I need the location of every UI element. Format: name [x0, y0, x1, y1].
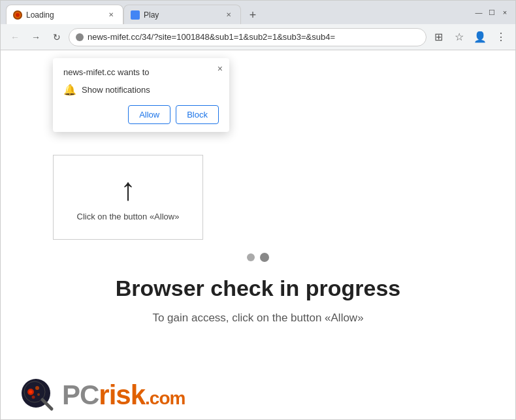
tabs-area: Loading ✕ Play ✕ +	[6, 1, 468, 24]
refresh-button[interactable]: ↻	[48, 28, 66, 46]
allow-button[interactable]: Allow	[128, 105, 170, 124]
dot-1	[247, 253, 255, 261]
tab-play[interactable]: Play ✕	[123, 5, 241, 24]
bookmark-icon[interactable]: ☆	[450, 28, 468, 46]
page-content: × news-mifet.cc wants to 🔔 Show notifica…	[1, 50, 515, 419]
url-text: news-mifet.cc/34/?site=1001848&sub1=1&su…	[88, 32, 335, 42]
popup-buttons: Allow Block	[63, 105, 219, 124]
toolbar-icons: ⊞ ☆ 👤 ⋮	[429, 28, 510, 46]
tab-loading-title: Loading	[26, 10, 102, 20]
grid-icon[interactable]: ⊞	[429, 28, 447, 46]
url-bar[interactable]: news-mifet.cc/34/?site=1001848&sub1=1&su…	[69, 28, 427, 46]
maximize-button[interactable]: ☐	[487, 7, 497, 18]
svg-point-6	[32, 396, 35, 399]
dots-container	[247, 253, 269, 262]
tab-loading-close[interactable]: ✕	[106, 10, 116, 20]
minimize-button[interactable]: —	[474, 7, 484, 18]
title-bar: Loading ✕ Play ✕ + — ☐ ×	[1, 1, 515, 24]
pcrisk-logo-icon	[20, 378, 56, 413]
tab-loading[interactable]: Loading ✕	[6, 5, 123, 24]
close-button[interactable]: ×	[500, 7, 510, 18]
arrow-label: Click on the button «Allow»	[77, 212, 180, 221]
popup-close-button[interactable]: ×	[218, 63, 223, 74]
arrow-icon: ↑	[120, 174, 136, 205]
pcrisk-logo: PCrisk.com	[20, 378, 185, 413]
address-bar: ← → ↻ news-mifet.cc/34/?site=1001848&sub…	[1, 24, 515, 50]
forward-button[interactable]: →	[27, 28, 45, 46]
popup-title: news-mifet.cc wants to	[63, 67, 219, 77]
sub-heading: To gain access, click on the button «All…	[152, 312, 363, 325]
popup-notification-row: 🔔 Show notifications	[63, 84, 219, 96]
back-button[interactable]: ←	[6, 28, 24, 46]
tab-loading-favicon	[13, 10, 22, 20]
popup-notification-text: Show notifications	[82, 85, 150, 95]
profile-icon[interactable]: 👤	[471, 28, 489, 46]
arrow-box: ↑ Click on the button «Allow»	[53, 155, 203, 240]
svg-point-5	[37, 393, 40, 396]
block-button[interactable]: Block	[176, 105, 219, 124]
browser-window: Loading ✕ Play ✕ + — ☐ × ← → ↻ news-mife…	[0, 0, 516, 420]
new-tab-button[interactable]: +	[244, 6, 262, 24]
pc-text: PC	[62, 380, 99, 410]
svg-point-3	[29, 391, 33, 394]
tab-play-title: Play	[144, 10, 219, 20]
tab-play-close[interactable]: ✕	[223, 10, 234, 20]
pcrisk-text: PCrisk.com	[62, 380, 185, 411]
com-text: .com	[145, 388, 185, 408]
risk-text: risk	[99, 380, 145, 410]
notification-popup: × news-mifet.cc wants to 🔔 Show notifica…	[53, 58, 229, 132]
main-heading: Browser check in progress	[116, 276, 401, 301]
window-controls: — ☐ ×	[474, 7, 510, 18]
tab-play-favicon	[131, 10, 140, 20]
security-icon	[76, 33, 84, 41]
dot-2	[260, 253, 269, 262]
bell-icon: 🔔	[63, 84, 76, 96]
menu-icon[interactable]: ⋮	[492, 28, 510, 46]
svg-point-4	[35, 386, 39, 390]
